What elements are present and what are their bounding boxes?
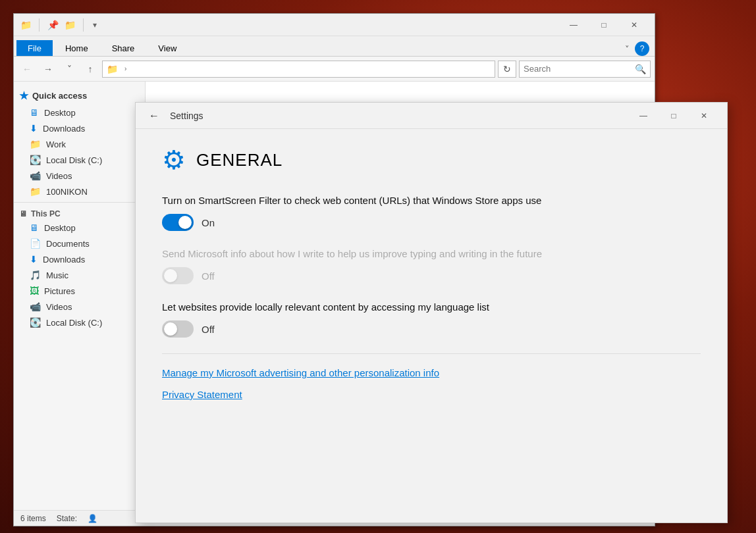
settings-divider [162, 353, 701, 354]
refresh-icon: ↻ [503, 64, 511, 74]
this-pc-label: This PC [31, 209, 61, 218]
help-button[interactable]: ? [635, 41, 649, 56]
quick-access-header[interactable]: ★ Quick access [14, 87, 145, 105]
settings-section-title: GENERAL [196, 150, 283, 170]
ribbon-tabs: File Home Share View ˅ ? [14, 36, 655, 56]
pin-icon: 📌 [46, 18, 59, 32]
smartscreen-toggle-knob [178, 216, 192, 229]
settings-controls: — □ ✕ [628, 103, 719, 129]
sidebar-item-local-disk-qa[interactable]: 💽 Local Disk (C:) [14, 152, 145, 168]
pc-icon: 🖥 [19, 209, 27, 218]
sidebar-item-documents-pc[interactable]: 📄 Documents [14, 236, 145, 251]
title-bar-icons: 📁 📌 📁 ▾ [19, 18, 558, 32]
settings-back-button[interactable]: ← [144, 105, 165, 126]
sidebar-item-downloads-qa[interactable]: ⬇ Downloads [14, 120, 145, 136]
settings-item-smartscreen: Turn on SmartScreen Filter to check web … [162, 193, 701, 231]
refresh-button[interactable]: ↻ [498, 61, 516, 78]
sidebar-label-downloads-qa: Downloads [43, 124, 85, 134]
personalization-link[interactable]: Manage my Microsoft advertising and othe… [162, 367, 701, 378]
privacy-statement-link[interactable]: Privacy Statement [162, 389, 701, 400]
search-icon: 🔍 [635, 64, 646, 74]
nav-bar: ← → ˅ ↑ 📁 › ↻ 🔍 [14, 57, 655, 82]
sidebar-item-desktop-qa[interactable]: 🖥 Desktop [14, 105, 145, 120]
typing-toggle-row: Off [162, 267, 701, 284]
smartscreen-toggle-row: On [162, 214, 701, 231]
tab-file[interactable]: File [16, 40, 53, 56]
ribbon: File Home Share View ˅ ? [14, 36, 655, 57]
settings-minimize-button[interactable]: — [628, 103, 659, 129]
typing-toggle[interactable] [162, 267, 194, 284]
downloads-icon-pc: ⬇ [30, 254, 38, 265]
sidebar: ★ Quick access 🖥 Desktop ⬇ Downloads 📁 W… [14, 82, 146, 510]
language-toggle-knob [164, 322, 177, 336]
sidebar-item-videos-qa[interactable]: 📹 Videos [14, 168, 145, 184]
title-dropdown-arrow[interactable]: ▾ [93, 20, 97, 30]
typing-label: Send Microsoft info about how I write to… [162, 247, 701, 261]
settings-content: ⚙ GENERAL Turn on SmartScreen Filter to … [136, 129, 727, 522]
smartscreen-label: Turn on SmartScreen Filter to check web … [162, 193, 701, 207]
desktop-icon: 🖥 [30, 107, 39, 118]
tab-view[interactable]: View [147, 40, 188, 56]
address-folder-icon: 📁 [107, 64, 118, 74]
sidebar-item-pictures-pc[interactable]: 🖼 Pictures [14, 283, 145, 299]
sidebar-label-documents-pc: Documents [46, 239, 90, 249]
quick-access-label: Quick access [32, 91, 87, 101]
ribbon-chevron[interactable]: ˅ [625, 44, 630, 54]
language-toggle-row: Off [162, 320, 701, 338]
state-icon: 👤 [88, 514, 97, 523]
sidebar-item-work-qa[interactable]: 📁 Work [14, 136, 145, 152]
sidebar-label-desktop-pc: Desktop [44, 223, 76, 233]
forward-button[interactable]: → [39, 60, 57, 78]
close-button[interactable]: ✕ [619, 14, 649, 36]
minimize-button[interactable]: — [558, 14, 589, 36]
settings-item-typing: Send Microsoft info about how I write to… [162, 247, 701, 284]
sidebar-label-videos-pc: Videos [46, 302, 72, 312]
sidebar-label-desktop-qa: Desktop [44, 108, 76, 118]
status-state: State: [57, 514, 77, 523]
typing-toggle-status: Off [202, 270, 215, 282]
tb-separator [39, 18, 40, 32]
sidebar-item-downloads-pc[interactable]: ⬇ Downloads [14, 251, 145, 267]
star-icon: ★ [19, 89, 28, 102]
smartscreen-toggle[interactable] [162, 214, 194, 231]
address-chevron: › [124, 65, 126, 72]
tb-separator2 [83, 18, 84, 32]
this-pc-header[interactable]: 🖥 This PC [14, 205, 145, 220]
up-button[interactable]: ↑ [81, 60, 99, 78]
typing-toggle-knob [164, 269, 177, 282]
language-toggle[interactable] [162, 320, 194, 338]
nikon-icon: 📁 [30, 186, 41, 197]
video-icon-qa: 📹 [30, 170, 41, 181]
sidebar-label-100nikon: 100NIKON [46, 187, 88, 197]
maximize-button[interactable]: □ [589, 14, 619, 36]
settings-close-button[interactable]: ✕ [689, 103, 719, 129]
search-bar[interactable]: 🔍 [519, 61, 651, 78]
tab-home[interactable]: Home [54, 40, 99, 56]
sidebar-item-videos-pc[interactable]: 📹 Videos [14, 299, 145, 315]
address-bar[interactable]: 📁 › [102, 61, 495, 78]
sidebar-item-desktop-pc[interactable]: 🖥 Desktop [14, 220, 145, 236]
sidebar-divider [14, 202, 145, 203]
sidebar-label-music-pc: Music [46, 270, 68, 280]
tab-share[interactable]: Share [101, 40, 146, 56]
search-input[interactable] [524, 64, 632, 74]
sidebar-label-localdisk-pc: Local Disk (C:) [46, 318, 102, 328]
language-toggle-status: Off [202, 324, 215, 335]
gear-icon: ⚙ [162, 145, 186, 175]
sidebar-item-100nikon-qa[interactable]: 📁 100NIKON [14, 184, 145, 199]
settings-title-text: Settings [170, 111, 203, 121]
video-icon-pc: 📹 [30, 301, 41, 312]
sidebar-item-music-pc[interactable]: 🎵 Music [14, 267, 145, 283]
sidebar-item-localdisk-pc[interactable]: 💽 Local Disk (C:) [14, 315, 145, 330]
settings-item-language: Let websites provide locally relevant co… [162, 300, 701, 338]
disk-icon-pc: 💽 [30, 317, 41, 328]
recent-button[interactable]: ˅ [60, 60, 78, 78]
settings-maximize-button[interactable]: □ [659, 103, 689, 129]
sidebar-label-localdisk-qa: Local Disk (C:) [46, 155, 102, 165]
back-button[interactable]: ← [18, 60, 36, 78]
documents-icon-pc: 📄 [30, 238, 41, 249]
pictures-icon-pc: 🖼 [30, 286, 39, 296]
title-bar-controls: — □ ✕ [558, 14, 649, 36]
folder-icon: 📁 [19, 18, 32, 32]
smartscreen-toggle-status: On [202, 217, 215, 228]
